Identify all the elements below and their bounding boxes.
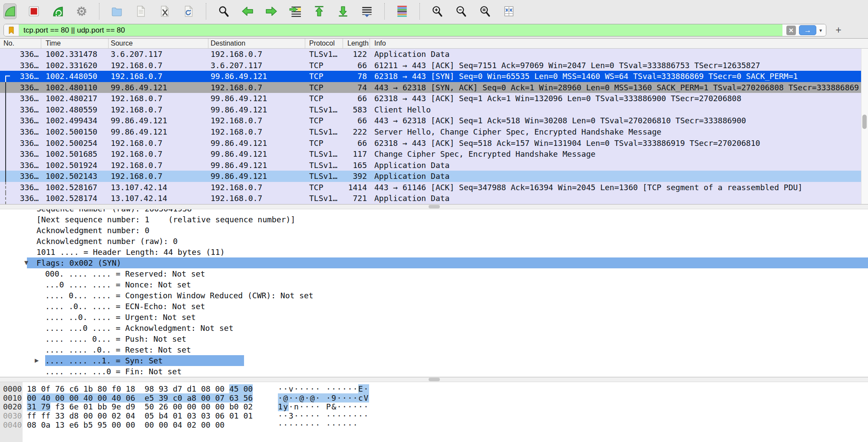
packet-row[interactable]: 336…1002.331620192.168.0.73.6.207.117TCP… <box>0 60 861 71</box>
go-to-packet-icon[interactable] <box>289 3 302 19</box>
reload-file-icon[interactable] <box>182 3 195 19</box>
filter-dropdown-chevron-icon[interactable]: ▾ <box>819 27 822 33</box>
hex-row[interactable]: 002031 79 f3 6e 01 bb 9e d9 50 26 00 00 … <box>0 402 868 412</box>
packet-row[interactable]: 336…1002.480217192.168.0.799.86.49.121TC… <box>0 93 861 104</box>
go-forward-icon[interactable] <box>265 3 278 19</box>
hex-row[interactable]: 0030ff ff 33 d8 00 00 02 04 05 b4 01 03 … <box>0 412 868 421</box>
detail-line[interactable]: [Next sequence number: 1 (relative seque… <box>0 214 868 225</box>
column-header-source[interactable]: Source <box>109 39 208 48</box>
hex-bytes-segment: 18 0f 76 c6 1b 80 f0 18 98 93 d7 d1 08 0… <box>27 384 229 393</box>
cell-len: 1414 <box>343 182 370 193</box>
go-last-packet-icon[interactable] <box>337 3 350 19</box>
packet-row[interactable]: 336…1002.502143192.168.0.799.86.49.121TL… <box>0 171 861 182</box>
hex-offset: 0040 <box>3 421 22 430</box>
detail-line[interactable]: 000. .... .... = Reserved: Not set <box>0 268 868 279</box>
hex-bytes-highlight: 31 79 <box>27 402 50 411</box>
wireshark-start-capture-icon[interactable] <box>3 3 17 19</box>
scrollbar-thumb[interactable] <box>862 115 867 129</box>
cell-info: Application Data <box>370 171 861 182</box>
open-file-icon[interactable] <box>110 3 123 19</box>
detail-line[interactable]: ...0 .... .... = Nonce: Not set <box>0 279 868 290</box>
splitter-handle-icon[interactable] <box>429 205 440 208</box>
detail-line[interactable]: ▼Flags: 0x002 (SYN) <box>0 257 868 268</box>
close-file-icon[interactable] <box>158 3 171 19</box>
detail-line[interactable]: .... ...0 .... = Acknowledgment: Not set <box>0 323 868 333</box>
packet-row[interactable]: 336…1002.480559192.168.0.799.86.49.121TL… <box>0 104 861 115</box>
cell-time: 1002.528174 <box>41 193 109 204</box>
column-header-destination[interactable]: Destination <box>208 39 305 48</box>
splitter-list-details[interactable] <box>0 204 868 209</box>
resize-columns-icon[interactable] <box>502 3 515 19</box>
zoom-in-icon[interactable] <box>431 3 444 19</box>
packet-row[interactable]: 336…1002.48011099.86.49.121192.168.0.7TC… <box>0 82 861 93</box>
hex-ascii-highlight: E· <box>358 384 369 393</box>
detail-line[interactable]: Acknowledgment number (raw): 0 <box>0 236 868 247</box>
detail-line[interactable]: .... .... 0... = Push: Not set <box>0 333 868 344</box>
filter-add-button[interactable]: + <box>832 24 845 36</box>
cell-dst: 192.168.0.7 <box>208 182 305 193</box>
go-back-icon[interactable] <box>241 3 254 19</box>
packet-row[interactable]: 336…1002.52816713.107.42.14192.168.0.7TC… <box>0 182 861 193</box>
save-file-icon[interactable] <box>134 3 147 19</box>
detail-line[interactable]: Acknowledgment number: 0 <box>0 225 868 236</box>
go-first-packet-icon[interactable] <box>313 3 326 19</box>
detail-line[interactable]: .... 0... .... = Congestion Window Reduc… <box>0 290 868 301</box>
detail-line[interactable]: .... ..0. .... = Urgent: Not set <box>0 312 868 323</box>
stop-capture-icon[interactable] <box>27 3 40 19</box>
hex-row[interactable]: 000018 0f 76 c6 1b 80 f0 18 98 93 d7 d1 … <box>0 385 868 394</box>
cell-time: 1002.480110 <box>41 82 109 93</box>
cell-info: 62318 → 443 [ACK] Seq=1 Ack=1 Win=132096… <box>370 93 861 104</box>
zoom-out-icon[interactable] <box>455 3 468 19</box>
packet-row[interactable]: 336…1002.501685192.168.0.799.86.49.121TL… <box>0 148 861 160</box>
splitter-details-bytes[interactable] <box>0 377 868 382</box>
cell-proto: TCP <box>305 82 343 93</box>
packet-row[interactable]: 336…1002.448050192.168.0.799.86.49.121TC… <box>0 71 861 82</box>
filter-apply-icon[interactable]: → <box>799 25 816 35</box>
detail-line[interactable]: .... .0.. .... = ECN-Echo: Not set <box>0 301 868 312</box>
column-header-info[interactable]: Info <box>370 39 868 48</box>
packet-row[interactable]: 336…1002.3314783.6.207.117192.168.0.7TLS… <box>0 49 861 60</box>
packet-row[interactable]: 336…1002.50015099.86.49.121192.168.0.7TL… <box>0 126 861 138</box>
display-filter-field[interactable]: ✕ → ▾ <box>3 24 826 36</box>
column-header-time[interactable]: Time <box>41 39 109 48</box>
cell-src: 192.168.0.7 <box>109 138 208 149</box>
colorize-packets-icon[interactable] <box>396 3 409 19</box>
packet-row[interactable]: 336…1002.49943499.86.49.121192.168.0.7TC… <box>0 115 861 126</box>
toolbar-separator <box>206 3 206 20</box>
hex-row[interactable]: 001000 40 00 00 40 00 40 06 e5 39 c0 a8 … <box>0 394 868 403</box>
detail-line[interactable]: 1011 .... = Header Length: 44 bytes (11) <box>0 247 868 257</box>
column-header-length[interactable]: Length <box>343 39 370 48</box>
cell-src: 13.107.42.14 <box>109 182 208 193</box>
hex-row[interactable]: 004008 0a 13 e6 b5 95 00 00 00 00 04 02 … <box>0 421 868 430</box>
detail-line[interactable]: ▶.... .... ..1. = Syn: Set <box>0 355 868 366</box>
display-filter-input[interactable] <box>19 24 782 36</box>
filter-clear-icon[interactable]: ✕ <box>786 26 796 35</box>
related-packet-line-indicator <box>5 93 10 104</box>
column-header-no[interactable]: No. <box>0 39 41 48</box>
auto-scroll-icon[interactable] <box>360 3 373 19</box>
cell-info: Client Hello <box>370 104 861 115</box>
packet-row[interactable]: 336…1002.501924192.168.0.799.86.49.121TL… <box>0 160 861 171</box>
expand-triangle-icon[interactable]: ▶ <box>35 355 39 366</box>
packet-details-pane: Sequence number (raw): 2605041958[Next s… <box>0 209 868 377</box>
detail-line[interactable]: Sequence number (raw): 2605041958 <box>0 209 868 214</box>
packet-row[interactable]: 336…1002.52817413.107.42.14192.168.0.7TL… <box>0 193 861 204</box>
related-packet-line-indicator <box>5 171 10 182</box>
column-header-protocol[interactable]: Protocol <box>305 39 343 48</box>
packet-list-scrollbar[interactable] <box>861 49 868 204</box>
restart-capture-icon[interactable] <box>51 3 64 19</box>
packet-row[interactable]: 336…1002.500254192.168.0.799.86.49.121TC… <box>0 138 861 149</box>
filter-bookmark-icon[interactable] <box>4 24 19 36</box>
detail-line[interactable]: .... .... ...0 = Fin: Not set <box>0 366 868 377</box>
splitter-handle-icon[interactable] <box>429 378 440 381</box>
zoom-reset-icon[interactable] <box>479 3 492 19</box>
cell-dst: 192.168.0.7 <box>208 193 305 204</box>
find-packet-icon[interactable] <box>217 3 230 19</box>
cell-time: 1002.331620 <box>41 60 109 71</box>
cell-dst: 192.168.0.7 <box>208 49 305 60</box>
collapse-triangle-icon[interactable]: ▼ <box>24 257 28 268</box>
capture-options-icon[interactable] <box>75 3 88 19</box>
cell-no: 336… <box>0 60 41 71</box>
hex-bytes: 31 79 f3 6e 01 bb 9e d9 50 26 00 00 00 0… <box>27 402 253 412</box>
detail-line[interactable]: .... .... .0.. = Reset: Not set <box>0 344 868 355</box>
